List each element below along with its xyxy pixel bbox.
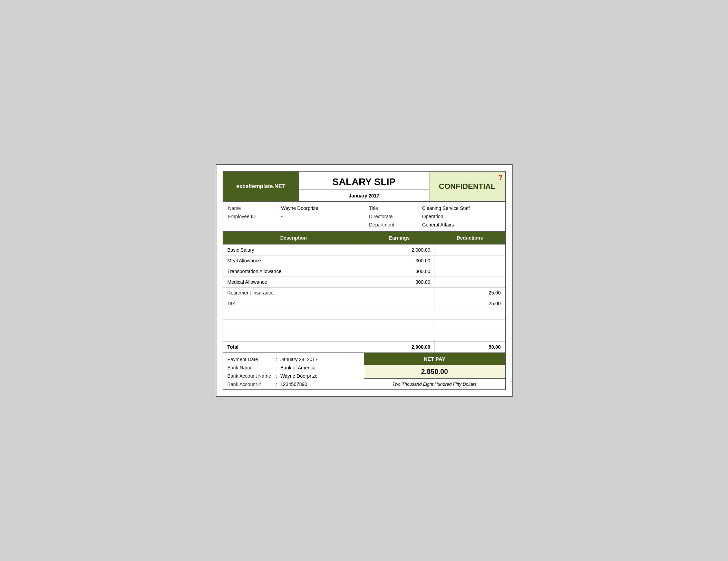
earnings-header: Earnings	[364, 232, 435, 244]
id-row: Employee ID : -	[223, 212, 364, 221]
department-value: General Affairs	[422, 222, 454, 228]
deductions-header: Deductions	[435, 232, 505, 244]
confidential-text: CONFIDENTIAL	[439, 182, 495, 191]
bank-name-label: Bank Name	[227, 365, 272, 370]
employee-info-table: Name : Wayne Doorprize Title : Cleaning …	[223, 202, 506, 231]
period-text: January 2017	[299, 190, 429, 201]
row-description: Retirement Insurance	[223, 288, 364, 298]
row-description: Medical Allowance	[223, 277, 364, 288]
question-mark-icon: ?	[498, 173, 503, 182]
row-description: Meal Allowance	[223, 255, 364, 266]
net-pay-value: 2,850.00	[421, 368, 448, 375]
net-pay-words: Two Thousand Eight Hundred Fifty Dollars	[392, 381, 477, 387]
table-row: Basic Salary2,000.00	[223, 245, 505, 255]
account-name-value: Wayne Doorprize	[280, 373, 318, 379]
row-deductions	[435, 266, 505, 277]
spacer-row	[223, 330, 505, 341]
confidential-cell: CONFIDENTIAL ?	[429, 171, 505, 202]
account-no-row: Bank Account # : 1234567890	[227, 381, 360, 387]
total-deductions: 50.00	[435, 341, 505, 353]
id-label: Employee ID	[228, 214, 273, 219]
row-earnings: 300.00	[364, 277, 435, 288]
table-row: Retirement Insurance25.00	[223, 288, 505, 298]
title-value: Cleaning Service Staff	[422, 205, 470, 211]
columns-header: Description Earnings Deductions	[223, 231, 506, 244]
table-row: Meal Allowance300.00	[223, 255, 505, 266]
title-label: Title	[369, 205, 414, 211]
department-label: Department	[369, 222, 414, 228]
bank-name-value: Bank of America	[280, 365, 316, 370]
salary-slip: exceltemplate.NET SALARY SLIP CONFIDENTI…	[216, 164, 513, 397]
row-earnings	[364, 288, 435, 298]
net-pay-label-cell: NET PAY	[364, 353, 505, 365]
row-deductions: 25.00	[435, 298, 505, 309]
total-earnings: 2,900.00	[364, 341, 435, 353]
payment-date-value: January 28, 2017	[280, 357, 318, 362]
logo-cell: exceltemplate.NET	[223, 171, 299, 202]
bottom-section: Payment Date : January 28, 2017 Bank Nam…	[223, 353, 506, 390]
table-row: Medical Allowance300.00	[223, 277, 505, 288]
row-deductions: 25.00	[435, 288, 505, 298]
bank-name-row: Bank Name : Bank of America	[227, 365, 360, 370]
row-earnings: 300.00	[364, 255, 435, 266]
account-no-value: 1234567890	[280, 381, 307, 387]
net-pay-value-cell: 2,850.00	[364, 365, 505, 378]
directorate-row: Directorate : Operation	[364, 212, 505, 221]
row-earnings	[364, 298, 435, 309]
row-earnings: 2,000.00	[364, 245, 435, 255]
name-value: Wayne Doorprize	[281, 205, 318, 211]
net-pay-words-cell: Two Thousand Eight Hundred Fifty Dollars	[364, 379, 505, 390]
slip-title: SALARY SLIP	[299, 172, 429, 190]
directorate-label: Directorate	[369, 214, 414, 219]
row-description: Tax	[223, 298, 364, 309]
directorate-value: Operation	[422, 214, 443, 219]
net-pay-label: NET PAY	[424, 356, 445, 362]
row-description: Transportation Allowance	[223, 266, 364, 277]
payment-info: Payment Date : January 28, 2017 Bank Nam…	[223, 353, 364, 390]
period-cell: January 2017	[299, 190, 429, 202]
row-description: Basic Salary	[223, 245, 364, 255]
department-row: Department : General Affairs	[364, 221, 505, 231]
spacer-row	[223, 320, 505, 330]
row-earnings: 300.00	[364, 266, 435, 277]
account-name-row: Bank Account Name : Wayne Doorprize	[227, 373, 360, 379]
title-cell: SALARY SLIP	[299, 171, 429, 190]
spacer-row	[223, 309, 505, 320]
row-deductions	[435, 277, 505, 288]
account-name-label: Bank Account Name	[227, 373, 272, 379]
row-deductions	[435, 255, 505, 266]
total-row: Total 2,900.00 50.00	[223, 341, 506, 353]
header-table: exceltemplate.NET SALARY SLIP CONFIDENTI…	[223, 171, 506, 202]
row-deductions	[435, 245, 505, 255]
name-row: Name : Wayne Doorprize	[223, 202, 364, 212]
payment-date-row: Payment Date : January 28, 2017	[227, 357, 360, 362]
payment-date-label: Payment Date	[227, 357, 272, 362]
total-label: Total	[223, 341, 364, 353]
name-label: Name	[228, 205, 273, 211]
body-table: Basic Salary2,000.00Meal Allowance300.00…	[223, 244, 506, 341]
account-no-label: Bank Account #	[227, 381, 272, 387]
desc-header: Description	[223, 232, 364, 244]
table-row: Tax25.00	[223, 298, 505, 309]
logo-text: exceltemplate.NET	[236, 183, 285, 189]
title-row: Title : Cleaning Service Staff	[364, 202, 505, 212]
empty-left-row	[223, 221, 364, 231]
id-value: -	[281, 214, 283, 219]
table-row: Transportation Allowance300.00	[223, 266, 505, 277]
